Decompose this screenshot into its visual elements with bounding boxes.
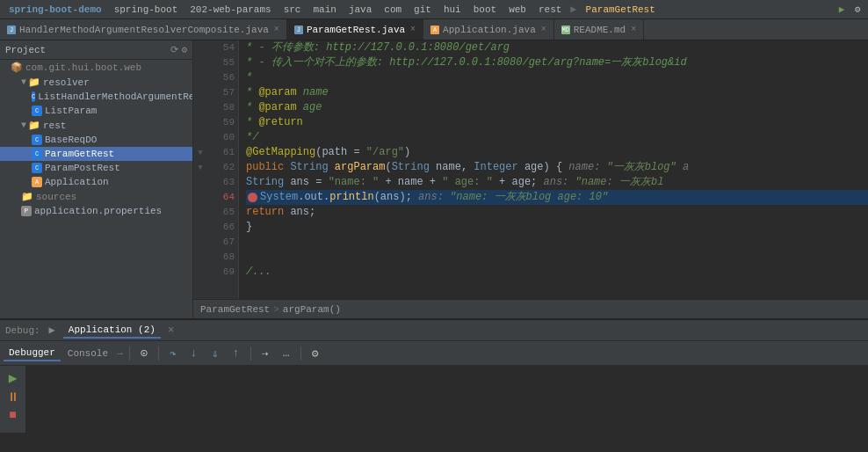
ln-60: 60 — [211, 130, 235, 145]
nav-hui[interactable]: hui — [438, 0, 467, 19]
java-file-icon: J — [7, 26, 16, 34]
ln-55: 55 — [211, 55, 235, 70]
listhandler-label: ListHandlerMethodArgumentResolver — [38, 91, 192, 102]
rest-folder-label: rest — [43, 120, 66, 131]
tree-paramgetrest[interactable]: C ParamGetRest — [0, 147, 192, 161]
debug-label: Debug: — [5, 325, 40, 336]
dbg-force-step-into[interactable]: ⇓ — [206, 344, 225, 363]
tab-debugger[interactable]: Debugger — [4, 346, 61, 361]
folder-icon-rest: 📁 — [28, 120, 40, 131]
dbg-step-out[interactable]: ↑ — [227, 344, 246, 363]
nav-main[interactable]: main — [307, 0, 341, 19]
debug-frames-area — [26, 366, 868, 433]
tab-readme[interactable]: MD README.md × — [554, 19, 644, 40]
code-line-68 — [246, 250, 868, 265]
dbg-settings[interactable]: ⚙ — [306, 344, 325, 363]
dbg-evaluate[interactable]: … — [277, 344, 296, 363]
code-line-57: * @param name — [246, 85, 868, 100]
tab-paramgetrest[interactable]: J ParamGetRest.java × — [287, 19, 423, 40]
tree-package[interactable]: 📦 com.git.hui.boot.web — [0, 60, 192, 75]
class-icon-listhandler: C — [32, 91, 35, 102]
tab-bar: J HandlerMethodArgumentResolverComposite… — [0, 19, 868, 40]
tree-application[interactable]: A Application — [0, 175, 192, 189]
tree-listparam[interactable]: C ListParam — [0, 104, 192, 118]
ln-62: 62 — [211, 160, 235, 175]
code-line-69: /... — [246, 265, 868, 280]
ln-54: 54 — [211, 40, 235, 55]
nav-com[interactable]: com — [379, 0, 407, 19]
breakpoint-64 — [248, 193, 257, 202]
code-line-55: * - 传入一个对不上的参数: http://127.0.0.1:8080/ge… — [246, 55, 868, 70]
tab-readme-close[interactable]: × — [631, 25, 636, 34]
code-line-66: } — [246, 220, 868, 235]
main-area: Project ⟳ ⚙ 📦 com.git.hui.boot.web ▼ 📁 r… — [0, 40, 868, 318]
tab-application-label: Application.java — [443, 25, 536, 35]
tree-parampostrest[interactable]: C ParamPostRest — [0, 161, 192, 175]
nav-src[interactable]: src — [278, 0, 307, 19]
dbg-stop[interactable]: ■ — [4, 408, 23, 422]
nav-rest[interactable]: rest — [533, 0, 567, 19]
code-line-59: * @return — [246, 115, 868, 130]
tab-handler[interactable]: J HandlerMethodArgumentResolverComposite… — [0, 19, 287, 40]
nav-spring-boot-demo[interactable]: spring-boot-demo — [4, 0, 107, 19]
fold-icon-62[interactable]: ▼ — [198, 164, 202, 172]
ln-65: 65 — [211, 205, 235, 220]
tree-appprops[interactable]: P application.properties — [0, 204, 192, 218]
tree-listhandler[interactable]: C ListHandlerMethodArgumentResolver — [0, 90, 192, 104]
console-arrow[interactable]: → — [117, 348, 123, 359]
ln-57: 57 — [211, 85, 235, 100]
props-icon: P — [21, 206, 32, 216]
line-numbers: 54 55 56 57 58 59 60 61 62 63 64 65 66 6… — [207, 40, 239, 299]
tab-application[interactable]: A Application.java × — [423, 19, 554, 40]
dbg-pause[interactable]: ⏸ — [4, 390, 23, 405]
dbg-show-exec-point[interactable]: ⊙ — [134, 344, 154, 363]
fold-icon-61[interactable]: ▼ — [198, 149, 202, 157]
tab-handler-close[interactable]: × — [274, 25, 279, 34]
nav-java[interactable]: java — [344, 0, 377, 19]
class-icon-basereqdo: C — [32, 135, 42, 145]
nav-paramgetrest[interactable]: ParamGetRest — [581, 0, 661, 19]
nav-bar: spring-boot-demo spring-boot 202-web-par… — [0, 0, 868, 19]
ln-58: 58 — [211, 100, 235, 115]
code-line-63: String ans = "name: " + name + " age: " … — [246, 175, 868, 190]
nav-web[interactable]: web — [503, 0, 532, 19]
tab-console[interactable]: Console — [62, 346, 113, 361]
nav-boot[interactable]: boot — [468, 0, 502, 19]
debug-tab-close[interactable]: × — [168, 324, 174, 337]
tree-sources[interactable]: 📁 sources — [0, 189, 192, 204]
nav-202-web-params[interactable]: 202-web-params — [184, 0, 276, 19]
ln-64: 64 — [211, 190, 235, 205]
nav-git[interactable]: git — [409, 0, 437, 19]
ln-67: 67 — [211, 235, 235, 250]
dbg-step-into[interactable]: ↓ — [184, 344, 204, 363]
code-line-56: * — [246, 70, 868, 85]
tab-paramgetrest-close[interactable]: × — [410, 25, 416, 34]
dbg-step-over[interactable]: ↷ — [163, 344, 183, 363]
nav-spring-boot[interactable]: spring-boot — [109, 0, 184, 19]
listparam-label: ListParam — [45, 106, 97, 116]
code-line-60: */ — [246, 130, 868, 145]
dbg-run-to-cursor[interactable]: ⇢ — [256, 344, 275, 363]
settings-button[interactable]: ⚙ — [850, 3, 864, 17]
debug-content: ▶ ⏸ ■ ⊝ ≡ — [0, 366, 868, 433]
run-button[interactable]: ▶ — [835, 3, 849, 17]
sidebar-gear-icon[interactable]: ⚙ — [181, 44, 187, 55]
tree-basereqdo[interactable]: C BaseReqDO — [0, 133, 192, 147]
sources-label: sources — [36, 192, 76, 202]
code-line-67 — [246, 235, 868, 250]
ln-56: 56 — [211, 70, 235, 85]
tree-rest-folder[interactable]: ▼ 📁 rest — [0, 118, 192, 133]
tree-resolver[interactable]: ▼ 📁 resolver — [0, 75, 192, 90]
dbg-resume[interactable]: ▶ — [4, 369, 23, 387]
sidebar-sync-icon[interactable]: ⟳ — [170, 44, 178, 55]
tab-application-close[interactable]: × — [541, 25, 546, 34]
editor-breadcrumb: ParamGetRest > argParam() — [193, 299, 868, 318]
collapse-icon: ▼ — [21, 77, 26, 87]
basereqdo-label: BaseReqDO — [45, 135, 97, 145]
tab-paramgetrest-label: ParamGetRest.java — [307, 25, 405, 35]
debug-panel: Debug: ▶ Application (2) × Debugger Cons… — [0, 318, 868, 433]
tab-readme-label: README.md — [574, 25, 626, 35]
ln-66: 66 — [211, 220, 235, 235]
code-lines[interactable]: * - 不传参数: http://127.0.0.1:8080/get/arg … — [239, 40, 868, 299]
application-label: Application — [45, 177, 109, 187]
